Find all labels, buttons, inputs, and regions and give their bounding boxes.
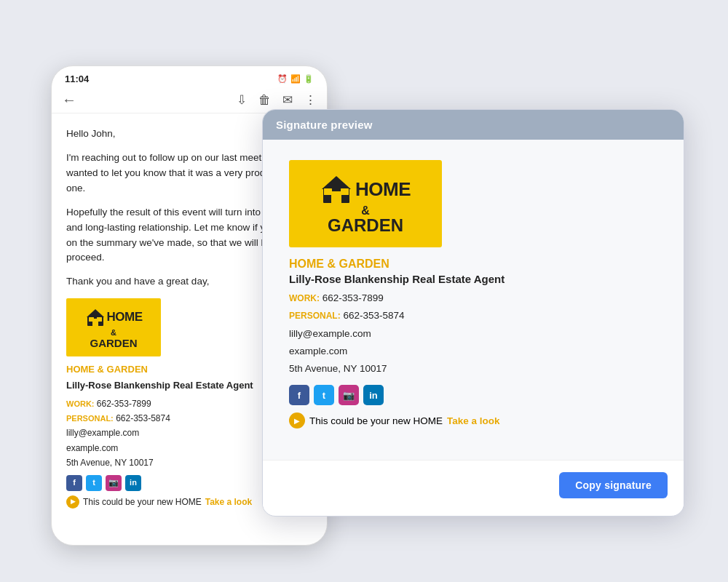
- phone-logo-garden: GARDEN: [85, 338, 143, 348]
- preview-cta-play-icon: ▶: [289, 412, 305, 428]
- preview-contact: WORK: 662-353-7899 PERSONAL: 662-353-587…: [289, 290, 657, 378]
- preview-logo-garden: GARDEN: [320, 217, 411, 234]
- logo-house-icon: [85, 307, 106, 327]
- copy-signature-button[interactable]: Copy signature: [559, 472, 668, 498]
- svg-rect-11: [341, 188, 349, 195]
- preview-sig-logo: HOME & GARDEN: [289, 160, 442, 247]
- phone-sig-logo: HOME & GARDEN: [66, 298, 161, 356]
- preview-twitter-icon: t: [314, 385, 334, 405]
- preview-personal-phone: 662-353-5874: [343, 310, 404, 321]
- preview-work-phone: 662-353-7899: [323, 292, 384, 303]
- toolbar-actions: ⇩ 🗑 ✉ ⋮: [237, 92, 317, 108]
- preview-cta-link[interactable]: Take a look: [447, 415, 500, 426]
- twitter-icon: t: [86, 475, 102, 491]
- status-bar: 11:04 ⏰ 📶 🔋: [52, 66, 327, 87]
- phone-cta-text: This could be your new HOME: [83, 495, 202, 509]
- email-icon[interactable]: ✉: [282, 92, 293, 108]
- phone-time: 11:04: [65, 73, 89, 84]
- alarm-icon: ⏰: [277, 74, 288, 84]
- preview-logo-home: HOME: [355, 180, 411, 199]
- preview-company: HOME & GARDEN: [289, 258, 657, 271]
- wifi-icon: 📶: [290, 74, 301, 84]
- preview-work-label: WORK:: [289, 293, 320, 303]
- panel-title: Signature preview: [276, 119, 373, 131]
- status-icons: ⏰ 📶 🔋: [277, 74, 314, 84]
- preview-email: lilly@example.com: [289, 325, 657, 343]
- preview-linkedin-icon: in: [363, 385, 384, 405]
- panel-header: Signature preview: [263, 110, 684, 140]
- phone-work-label: WORK:: [66, 399, 95, 408]
- svg-rect-9: [331, 191, 341, 203]
- signature-preview-panel: Signature preview HOME: [262, 109, 684, 517]
- preview-personal-label: PERSONAL:: [289, 311, 341, 321]
- download-icon[interactable]: ⇩: [237, 92, 247, 108]
- svg-rect-10: [324, 188, 332, 195]
- delete-icon[interactable]: 🗑: [258, 93, 271, 108]
- preview-social-icons: f t 📷 in: [289, 385, 657, 405]
- svg-rect-4: [89, 317, 94, 322]
- phone-cta-link[interactable]: Take a look: [205, 495, 252, 509]
- panel-footer: Copy signature: [263, 460, 684, 510]
- phone-personal-label: PERSONAL:: [66, 414, 114, 423]
- preview-cta: ▶ This could be your new HOME Take a loo…: [289, 412, 657, 428]
- preview-instagram-icon: 📷: [339, 385, 359, 405]
- more-icon[interactable]: ⋮: [304, 92, 317, 108]
- svg-rect-5: [97, 317, 102, 322]
- back-button[interactable]: ←: [62, 92, 76, 108]
- panel-body: HOME & GARDEN HOME & GARDEN Lilly-Rose B…: [263, 140, 684, 460]
- phone-logo-home: HOME: [107, 311, 143, 324]
- preview-cta-text: This could be your new HOME: [309, 415, 443, 426]
- preview-name: Lilly-Rose Blankenship Real Estate Agent: [289, 273, 657, 285]
- linkedin-icon: in: [125, 475, 141, 491]
- preview-facebook-icon: f: [289, 385, 309, 405]
- instagram-icon: 📷: [106, 475, 122, 491]
- facebook-icon: f: [66, 475, 82, 491]
- phone-personal-phone: 662-353-5874: [116, 413, 170, 423]
- battery-icon: 🔋: [304, 74, 314, 84]
- preview-logo-house-icon: [320, 173, 352, 205]
- phone-work-phone: 662-353-7899: [97, 399, 151, 409]
- phone-cta-play-icon: ▶: [66, 495, 79, 509]
- preview-address: 5th Avenue, NY 10017: [289, 360, 657, 378]
- preview-website: example.com: [289, 343, 657, 360]
